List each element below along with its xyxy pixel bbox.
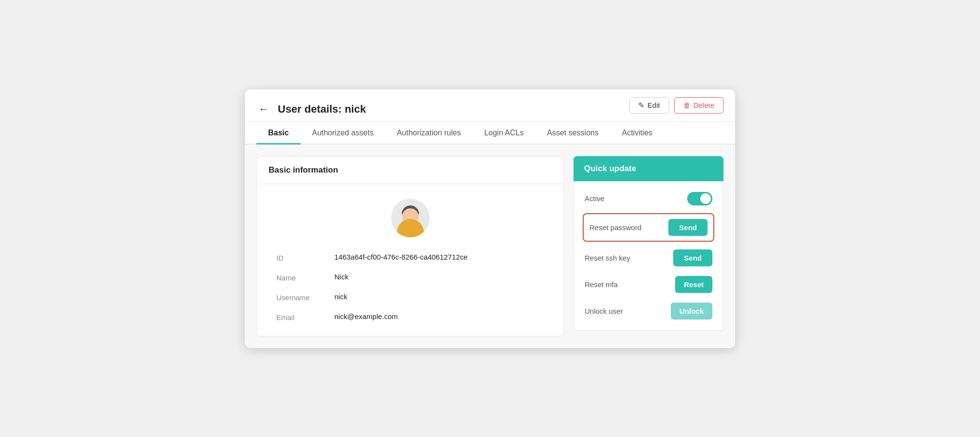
unlock-user-row: Unlock user Unlock <box>585 303 712 320</box>
tab-login-acls[interactable]: Login ACLs <box>472 122 535 145</box>
tabs-bar: Basic Authorized assets Authorization ru… <box>245 122 735 145</box>
reset-password-row: Reset password Send <box>583 213 714 242</box>
quick-update-header: Quick update <box>573 156 724 181</box>
reset-password-send-button[interactable]: Send <box>668 219 708 236</box>
delete-icon: 🗑 <box>683 101 691 109</box>
title-actions: ✎ Edit 🗑 Delete <box>629 97 724 121</box>
edit-icon: ✎ <box>638 101 645 110</box>
main-window: ← User details: nick ✎ Edit 🗑 Delete Bas… <box>245 89 735 348</box>
active-toggle[interactable] <box>687 192 712 205</box>
email-value: nick@example.com <box>334 312 544 321</box>
id-value: 1463a64f-cf00-476c-8266-ca40612712ce <box>334 253 544 262</box>
tab-activities[interactable]: Activities <box>610 122 664 145</box>
unlock-button[interactable]: Unlock <box>671 303 712 320</box>
active-label: Active <box>585 194 604 203</box>
tab-authorized-assets[interactable]: Authorized assets <box>301 122 385 145</box>
reset-ssh-send-button[interactable]: Send <box>673 249 712 266</box>
id-label: ID <box>276 253 334 262</box>
main-panel: Basic information ID 1463a64f-cf00-476c-… <box>256 156 564 336</box>
back-button[interactable]: ← <box>256 104 271 115</box>
active-row: Active <box>585 192 712 205</box>
info-table: ID 1463a64f-cf00-476c-8266-ca40612712ce … <box>276 253 544 321</box>
title-bar: ← User details: nick ✎ Edit 🗑 Delete <box>245 89 735 122</box>
reset-ssh-row: Reset ssh key Send <box>585 249 712 266</box>
name-value: Nick <box>334 273 544 282</box>
reset-mfa-label: Reset mfa <box>585 280 618 289</box>
unlock-user-label: Unlock user <box>585 307 623 315</box>
avatar <box>391 199 430 237</box>
basic-info-body: ID 1463a64f-cf00-476c-8266-ca40612712ce … <box>257 184 563 336</box>
email-label: Email <box>276 312 334 321</box>
reset-mfa-row: Reset mfa Reset <box>585 276 712 293</box>
title-left: ← User details: nick <box>256 103 366 116</box>
reset-mfa-button[interactable]: Reset <box>675 276 712 293</box>
username-label: Username <box>276 292 334 302</box>
tab-basic[interactable]: Basic <box>256 122 301 145</box>
reset-ssh-label: Reset ssh key <box>585 254 630 262</box>
content-area: Basic information ID 1463a64f-cf00-476c-… <box>245 145 735 348</box>
name-label: Name <box>276 273 334 282</box>
quick-update-body: Active Reset password Send Reset ssh key… <box>573 181 724 331</box>
delete-label: Delete <box>694 101 714 109</box>
tab-asset-sessions[interactable]: Asset sessions <box>535 122 610 145</box>
delete-button[interactable]: 🗑 Delete <box>674 97 724 114</box>
avatar-body <box>397 219 424 237</box>
avatar-wrap <box>276 199 544 237</box>
toggle-knob <box>700 193 711 204</box>
page-title: User details: nick <box>278 103 366 116</box>
reset-password-label: Reset password <box>589 223 642 232</box>
username-value: nick <box>334 292 544 302</box>
tab-authorization-rules[interactable]: Authorization rules <box>385 122 473 145</box>
edit-label: Edit <box>648 101 660 109</box>
side-panel: Quick update Active Reset password Send … <box>573 156 724 336</box>
basic-info-header: Basic information <box>257 157 563 184</box>
edit-button[interactable]: ✎ Edit <box>629 97 669 114</box>
